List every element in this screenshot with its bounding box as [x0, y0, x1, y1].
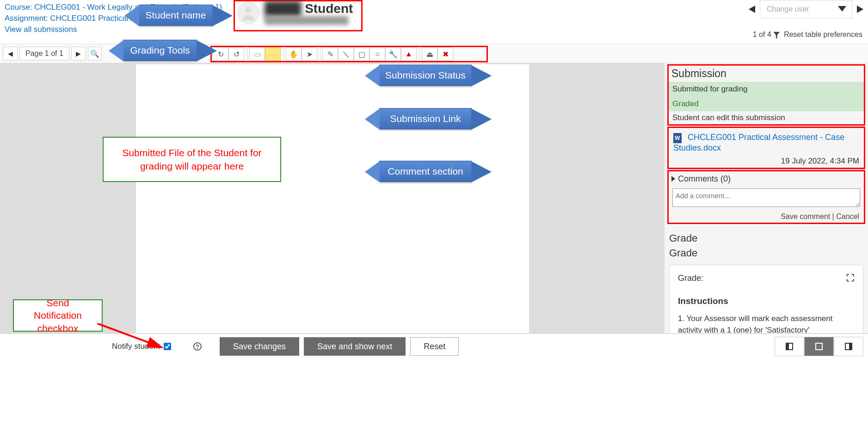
page-label: Page 1 of 1 — [19, 47, 69, 61]
callout-tools: Grading Tools — [123, 40, 197, 61]
student-name: ████ Student — [265, 1, 353, 16]
reset-table-link[interactable]: Reset table preferences — [784, 30, 862, 38]
comments-toggle[interactable]: Comments (0) — [669, 171, 864, 187]
submission-section: Submission Submitted for grading Graded … — [667, 64, 865, 126]
grade-label: Grade: — [678, 273, 703, 283]
stamp-icon[interactable]: ⏏ — [422, 47, 437, 61]
save-next-button[interactable]: Save and show next — [304, 337, 406, 356]
user-changer: Change user — [749, 0, 863, 18]
callout-link: Submission Link — [379, 108, 472, 129]
student-box: ████ Student ████████████████ — [234, 0, 363, 31]
notify-checkbox[interactable] — [164, 343, 171, 350]
expand-icon — [671, 176, 675, 182]
prev-user-button[interactable] — [749, 6, 755, 13]
view-all-link[interactable]: View all submissions — [5, 25, 77, 34]
svg-point-0 — [245, 7, 251, 13]
layout-center-button[interactable] — [804, 337, 834, 356]
rotate-cw-icon[interactable]: ↺ — [228, 47, 244, 61]
word-file-icon — [673, 133, 682, 143]
grade-heading-1: Grade — [665, 225, 868, 247]
fill-icon[interactable]: ▲ — [401, 47, 417, 61]
grading-panel: Submission Submitted for grading Graded … — [665, 63, 868, 359]
student-email: ████████████████ — [265, 16, 353, 24]
expand-fullscreen-icon[interactable]: ⛶ — [846, 273, 855, 283]
help-icon[interactable]: ? — [193, 342, 202, 351]
next-page-button[interactable]: ▶ — [71, 47, 86, 61]
save-comment-link[interactable]: Save comment — [781, 212, 830, 220]
status-submitted: Submitted for grading — [669, 82, 864, 97]
reset-button[interactable]: Reset — [410, 337, 459, 356]
prev-page-button[interactable]: ◀ — [3, 47, 18, 61]
comment-box-icon[interactable]: ▭ — [249, 47, 265, 61]
submission-title: Submission — [669, 66, 864, 82]
avatar — [237, 1, 260, 24]
instructions-body: 1. Your Assessor will mark each assessme… — [678, 313, 855, 336]
delete-icon[interactable]: ✖ — [437, 47, 453, 61]
layout-switcher — [775, 337, 863, 356]
change-user-dropdown[interactable]: Change user — [760, 0, 852, 18]
pan-hand-icon[interactable]: ✋ — [286, 47, 302, 61]
grade-heading-2: Grade — [665, 247, 868, 262]
comment-input[interactable] — [672, 188, 860, 207]
callout-file-box: Submitted File of the Student for gradin… — [103, 137, 281, 182]
notify-wrap: Notify student ? — [112, 342, 202, 351]
callout-comment: Comment section — [379, 161, 472, 182]
instructions-heading: Instructions — [678, 296, 855, 306]
callout-status: Submission Status — [379, 65, 472, 86]
save-button[interactable]: Save changes — [220, 337, 299, 356]
next-user-button[interactable] — [857, 6, 863, 13]
file-date: 19 July 2022, 4:34 PM — [669, 155, 864, 168]
pointer-icon[interactable]: ➤ — [302, 47, 317, 61]
oval-icon[interactable]: ○ — [369, 47, 385, 61]
status-editable: Student can edit this submission — [669, 111, 864, 124]
layout-left-button[interactable] — [775, 337, 804, 356]
submission-file-link[interactable]: CHCLEG001 Practical Assessment - Case St… — [673, 133, 844, 152]
callout-student: Student name — [139, 5, 213, 26]
layout-right-button[interactable] — [834, 337, 863, 356]
filter-icon[interactable] — [773, 32, 780, 38]
grading-tools: ↻ ↺ ▭ ✋ ➤ ✎ ＼ ▢ ○ 🔧 ▲ ⏏ ✖ — [213, 47, 453, 61]
caret-down-icon — [838, 6, 846, 12]
status-graded: Graded — [669, 97, 864, 111]
wrench-icon[interactable]: 🔧 — [385, 47, 401, 61]
highlight-color-icon[interactable] — [265, 47, 281, 61]
comments-section: Comments (0) Save comment | Cancel — [667, 170, 865, 224]
rectangle-icon[interactable]: ▢ — [354, 47, 369, 61]
footer: Notify student ? Save changes Save and s… — [0, 333, 868, 359]
filter-line: 1 of 4 Reset table preferences — [753, 30, 862, 39]
callout-notify-box: Send Notification checkbox — [13, 299, 103, 332]
cancel-comment-link[interactable]: Cancel — [836, 212, 859, 220]
line-icon[interactable]: ＼ — [338, 47, 354, 61]
submission-file-section: CHCLEG001 Practical Assessment - Case St… — [667, 127, 865, 169]
freehand-icon[interactable]: ✎ — [322, 47, 338, 61]
search-zoom-button[interactable]: 🔍 — [88, 47, 102, 61]
notify-label: Notify student — [112, 342, 160, 351]
